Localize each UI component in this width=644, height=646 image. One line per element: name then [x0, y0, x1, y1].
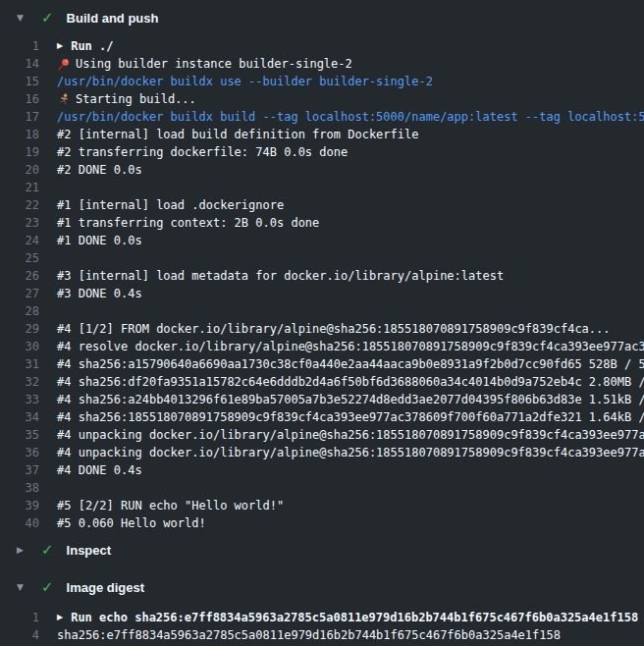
line-content: Starting build...	[57, 90, 196, 108]
line-content: #4 sha256:df20fa9351a15782c64e6dddb2d4a6…	[57, 373, 644, 391]
line-number[interactable]: 38	[0, 479, 39, 497]
line-number[interactable]: 27	[0, 285, 39, 302]
log-line: 25	[0, 249, 644, 267]
section-header[interactable]: ▶ ✓ Inspect	[0, 536, 644, 564]
log-line: 40 #5 0.060 Hello world!	[0, 514, 644, 532]
log-line: 1 ▶Run ./	[0, 37, 644, 55]
log-line: 37 #4 DONE 0.4s	[0, 461, 644, 479]
line-number[interactable]: 20	[0, 161, 39, 179]
log-text: #5 [2/2] RUN echo "Hello world!"	[57, 497, 284, 514]
log-lines: 1 ▶Run ./ 14 Using builder instance buil…	[0, 37, 644, 532]
log-line: 36 #4 unpacking docker.io/library/alpine…	[0, 444, 644, 461]
log-text: #4 sha256:185518070891758909c9f839cf4ca3…	[57, 408, 644, 426]
line-number[interactable]: 33	[0, 391, 39, 408]
line-number[interactable]: 16	[0, 90, 39, 108]
log-text: #4 unpacking docker.io/library/alpine@sh…	[57, 426, 644, 444]
line-number[interactable]: 39	[0, 497, 39, 514]
log-text: #2 DONE 0.0s	[57, 161, 142, 179]
line-number[interactable]: 37	[0, 461, 39, 479]
log-line: 27 #3 DONE 0.4s	[0, 285, 644, 302]
log-text: sha256:e7ff8834a5963a2785c5a0811e979d16b…	[57, 626, 561, 644]
log-text: Run echo sha256:e7ff8834a5963a2785c5a081…	[71, 609, 638, 626]
log-text: #4 resolve docker.io/library/alpine@sha2…	[57, 338, 644, 355]
line-number[interactable]: 14	[0, 55, 39, 73]
check-icon: ✓	[41, 536, 54, 564]
line-number[interactable]: 40	[0, 514, 39, 532]
log-line: 1 ▶Run echo sha256:e7ff8834a5963a2785c5a…	[0, 609, 644, 626]
workflow-log: ▼ ✓ Build and push 1 ▶Run ./ 14 Using bu…	[0, 4, 644, 644]
log-line: 32 #4 sha256:df20fa9351a15782c64e6dddb2d…	[0, 373, 644, 391]
log-line: 15 /usr/bin/docker buildx use --builder …	[0, 73, 644, 90]
log-line: 31 #4 sha256:a15790640a6690aa1730c38cf0a…	[0, 355, 644, 373]
line-content: #1 DONE 0.0s	[57, 232, 142, 249]
line-number[interactable]: 32	[0, 373, 39, 391]
line-content: #4 sha256:a24bb4013296f61e89ba57005a7b3e…	[57, 391, 644, 408]
log-text: #4 sha256:df20fa9351a15782c64e6dddb2d4a6…	[57, 373, 644, 391]
line-number[interactable]: 29	[0, 320, 39, 338]
chevron-icon[interactable]: ▼	[17, 4, 27, 31]
log-line: 19 #2 transferring dockerfile: 74B 0.0s …	[0, 143, 644, 161]
line-number[interactable]: 21	[0, 179, 39, 196]
line-number[interactable]: 31	[0, 355, 39, 373]
check-icon: ✓	[41, 573, 54, 601]
log-line: 17 /usr/bin/docker buildx build --tag lo…	[0, 108, 644, 126]
log-line: 23 #1 transferring context: 2B 0.0s done	[0, 214, 644, 232]
log-text: #5 0.060 Hello world!	[57, 514, 206, 532]
log-text: /usr/bin/docker buildx use --builder bui…	[57, 73, 433, 90]
line-number[interactable]: 25	[0, 249, 39, 267]
section-title: Build and push	[67, 11, 159, 26]
log-line: 34 #4 sha256:185518070891758909c9f839cf4…	[0, 408, 644, 426]
section-header[interactable]: ▼ ✓ Build and push	[0, 4, 644, 31]
line-content: ▶Run ./	[57, 37, 114, 55]
log-line: 14 Using builder instance builder-single…	[0, 55, 644, 73]
line-number[interactable]: 30	[0, 338, 39, 355]
log-section: ▼ ✓ Image digest 1 ▶Run echo sha256:e7ff…	[0, 573, 644, 644]
section-header[interactable]: ▼ ✓ Image digest	[0, 573, 644, 601]
line-content: #1 [internal] load .dockerignore	[57, 196, 284, 214]
chevron-icon[interactable]: ▼	[17, 573, 27, 601]
log-line: 39 #5 [2/2] RUN echo "Hello world!"	[0, 497, 644, 514]
line-number[interactable]: 36	[0, 444, 39, 461]
line-number[interactable]: 28	[0, 302, 39, 320]
play-icon[interactable]: ▶	[57, 609, 63, 626]
line-number[interactable]: 18	[0, 126, 39, 143]
line-number[interactable]: 26	[0, 267, 39, 285]
line-content: #5 [2/2] RUN echo "Hello world!"	[57, 497, 284, 514]
chevron-icon[interactable]: ▶	[17, 536, 27, 564]
log-line: 29 #4 [1/2] FROM docker.io/library/alpin…	[0, 320, 644, 338]
line-content: #4 unpacking docker.io/library/alpine@sh…	[57, 426, 644, 444]
line-content: #4 [1/2] FROM docker.io/library/alpine@s…	[57, 320, 611, 338]
play-icon[interactable]: ▶	[57, 37, 63, 55]
section-title: Inspect	[67, 543, 112, 558]
line-number[interactable]: 4	[0, 626, 39, 644]
log-text: /usr/bin/docker buildx build --tag local…	[57, 108, 644, 126]
line-content: #3 [internal] load metadata for docker.i…	[57, 267, 504, 285]
log-text: #1 transferring context: 2B 0.0s done	[57, 214, 319, 232]
check-icon: ✓	[41, 4, 54, 31]
line-content: #4 sha256:185518070891758909c9f839cf4ca3…	[57, 408, 644, 426]
line-number[interactable]: 1	[0, 609, 39, 626]
log-line: 38	[0, 479, 644, 497]
log-line: 30 #4 resolve docker.io/library/alpine@s…	[0, 338, 644, 355]
line-number[interactable]: 15	[0, 73, 39, 90]
log-text: #1 DONE 0.0s	[57, 232, 142, 249]
log-text: #3 DONE 0.4s	[57, 285, 142, 302]
line-number[interactable]: 34	[0, 408, 39, 426]
log-text: Run ./	[71, 37, 113, 55]
line-content: #4 sha256:a15790640a6690aa1730c38cf0a440…	[57, 355, 644, 373]
line-number[interactable]: 17	[0, 108, 39, 126]
log-line: 18 #2 [internal] load build definition f…	[0, 126, 644, 143]
log-line: 35 #4 unpacking docker.io/library/alpine…	[0, 426, 644, 444]
line-content: ▶Run echo sha256:e7ff8834a5963a2785c5a08…	[57, 609, 638, 626]
line-number[interactable]: 22	[0, 196, 39, 214]
line-content: #4 resolve docker.io/library/alpine@sha2…	[57, 338, 644, 355]
log-text: #4 DONE 0.4s	[57, 461, 142, 479]
line-number[interactable]: 1	[0, 37, 39, 55]
log-line: 28	[0, 302, 644, 320]
line-number[interactable]: 19	[0, 143, 39, 161]
line-number[interactable]: 35	[0, 426, 39, 444]
line-number[interactable]: 24	[0, 232, 39, 249]
log-text: #2 [internal] load build definition from…	[57, 126, 418, 143]
line-number[interactable]: 23	[0, 214, 39, 232]
line-content: #2 transferring dockerfile: 74B 0.0s don…	[57, 143, 348, 161]
